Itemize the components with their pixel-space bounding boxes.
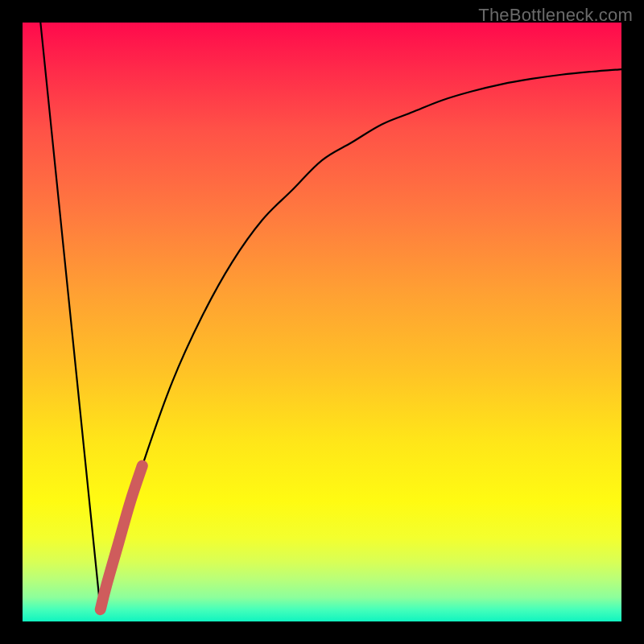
watermark-label: TheBottleneck.com (478, 5, 633, 26)
series-descending (40, 23, 100, 609)
plot-area (23, 23, 621, 621)
chart-svg (23, 23, 621, 621)
series-highlight (101, 466, 142, 610)
chart-frame: TheBottleneck.com (0, 0, 644, 644)
series-ascending (101, 69, 621, 609)
